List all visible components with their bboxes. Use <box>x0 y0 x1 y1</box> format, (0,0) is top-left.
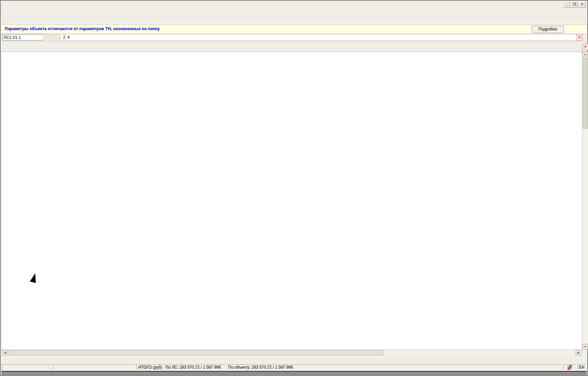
status-icon-panel <box>563 364 576 370</box>
horizontal-scrollbar[interactable]: ◀ ▶ <box>2 350 582 356</box>
scroll-left-icon[interactable]: ◀ <box>2 350 8 356</box>
window-controls: _❐× <box>563 2 586 8</box>
formula-bar: 2, 4 <box>1 34 587 42</box>
scroll-right-icon[interactable]: ▶ <box>576 350 581 356</box>
scroll-up-icon[interactable]: ▲ <box>582 52 588 57</box>
totals-label: ИТОГО (руб) <box>138 365 162 370</box>
formula-bar-gap <box>43 34 60 41</box>
disabled-indicator-icon <box>567 365 572 370</box>
restore-button[interactable]: ❐ <box>571 2 578 8</box>
warning-message: Параметры объекта отличаются от параметр… <box>5 26 160 31</box>
tab-highlight-rect <box>1 355 25 363</box>
close-filter-bar-button[interactable]: × <box>582 44 588 50</box>
application-window: _❐× Параметры объекта отличаются от пара… <box>0 0 588 376</box>
status-panel-1 <box>2 364 52 370</box>
status-panel-2 <box>53 364 135 370</box>
totals-by-ls: По ЛС: 283 570,72 / 1 587 996 <box>166 365 221 370</box>
status-bar: ИТОГО (руб) По ЛС: 283 570,72 / 1 587 99… <box>1 364 587 371</box>
warning-bar: Параметры объекта отличаются от параметр… <box>1 25 587 34</box>
main-toolbar <box>1 8 587 17</box>
close-button[interactable]: × <box>579 2 586 8</box>
vertical-scroll-thumb[interactable] <box>583 58 588 129</box>
window-bottom-frame <box>1 371 587 376</box>
scroll-down-icon[interactable]: ▼ <box>582 344 588 350</box>
language-indicator: EN <box>579 365 585 370</box>
cell-name-box[interactable] <box>2 34 45 41</box>
language-panel[interactable]: EN <box>577 364 586 370</box>
totals-panel: ИТОГО (руб) По ЛС: 283 570,72 / 1 587 99… <box>136 364 562 370</box>
estimate-grid <box>2 52 582 350</box>
cell-value-field[interactable]: 2, 4 <box>60 34 578 41</box>
panels-toolbar <box>1 17 587 25</box>
totals-by-object: По объекту: 283 570,72 / 1 587 996 <box>228 365 293 370</box>
horizontal-scroll-thumb[interactable] <box>8 350 383 355</box>
vertical-scrollbar[interactable]: ▲ ▼ <box>582 52 588 350</box>
minimize-button[interactable]: _ <box>563 2 570 8</box>
menu-bar <box>1 1 587 9</box>
filter-bar <box>1 42 587 52</box>
details-button[interactable]: Подробно <box>532 26 564 33</box>
close-formula-bar-button[interactable]: × <box>576 34 583 41</box>
